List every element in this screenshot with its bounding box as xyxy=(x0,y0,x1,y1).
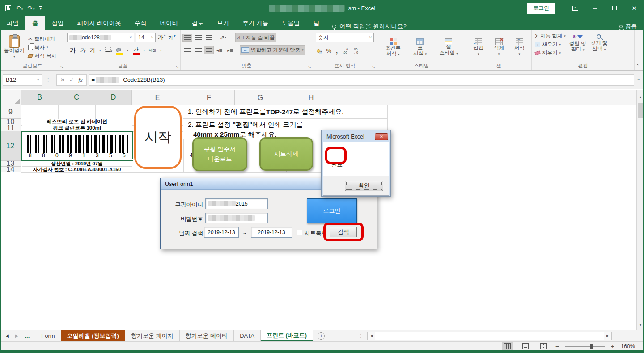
zoom-slider[interactable] xyxy=(565,346,605,347)
new-sheet-icon[interactable]: + xyxy=(318,332,325,340)
row-header-11[interactable]: 11 xyxy=(0,125,21,131)
align-center-button[interactable] xyxy=(193,46,203,54)
italic-button[interactable]: 가 xyxy=(80,46,85,55)
login-account-button[interactable]: 로그인 xyxy=(527,3,555,14)
coupang-id-input[interactable]: 2015 xyxy=(205,198,268,209)
sheet-delete-button[interactable]: 시트삭제 xyxy=(259,137,313,171)
row-header-10[interactable]: 10 xyxy=(0,119,21,125)
cut-button[interactable]: ✂잘라내기 xyxy=(27,35,58,43)
tab-view[interactable]: 보기 xyxy=(210,16,236,30)
dialog-launcher-icon[interactable]: ↘ xyxy=(60,65,64,69)
cell-styles-button[interactable]: 셀스타일 ▾ xyxy=(437,37,460,58)
zoom-in-button[interactable]: + xyxy=(611,343,614,350)
fill-handle[interactable] xyxy=(131,159,134,162)
name-box[interactable]: B12▾ xyxy=(3,74,42,86)
tell-me-box[interactable]: 어떤 작업을 원하시나요? xyxy=(332,22,407,30)
sheet-tab-oillabel[interactable]: 오일라벨 (정보입력) xyxy=(61,330,125,341)
minimize-button[interactable]: ─ xyxy=(585,0,605,16)
clear-button[interactable]: 지우기▾ xyxy=(534,49,567,57)
align-middle-button[interactable] xyxy=(193,34,203,42)
qat-customize-icon[interactable]: ▼ xyxy=(39,6,42,10)
coupang-download-button[interactable]: 쿠팡 발주서다운로드 xyxy=(192,137,247,171)
align-left-button[interactable] xyxy=(182,46,192,54)
zoom-out-button[interactable]: − xyxy=(555,343,559,350)
dialog-launcher-icon[interactable]: ↘ xyxy=(372,65,375,69)
share-button[interactable]: 공유 xyxy=(619,22,644,30)
collapse-ribbon-icon[interactable]: ⌃ xyxy=(636,63,640,68)
font-name-combo[interactable]: ode128 ˅ xyxy=(67,33,134,42)
cancel-icon[interactable]: ✕ xyxy=(60,77,65,83)
tab-team[interactable]: 팀 xyxy=(307,16,326,30)
align-right-button[interactable] xyxy=(204,46,214,54)
cell-product-sub[interactable]: 핑크 클린코튼 100ml xyxy=(22,125,132,131)
enter-icon[interactable]: ✓ xyxy=(69,77,74,83)
scroll-up-icon[interactable]: ▲ xyxy=(637,94,644,101)
borders-button[interactable]: ▾ xyxy=(105,47,113,54)
userform-search-button[interactable]: 검색 xyxy=(330,227,357,237)
increase-decimal-button[interactable]: ←.0 .00 xyxy=(342,48,348,54)
comma-style-button[interactable]: , xyxy=(336,47,338,55)
tab-page-layout[interactable]: 페이지 레이아웃 xyxy=(71,16,128,30)
page-layout-view-button[interactable] xyxy=(520,342,531,350)
sheet-tab-print-barcode[interactable]: 프린트 (바코드) xyxy=(261,330,313,341)
copy-button[interactable]: 복사▾ xyxy=(27,43,58,52)
scroll-right-icon[interactable]: ▶ xyxy=(604,332,612,340)
tab-formulas[interactable]: 수식 xyxy=(128,16,153,30)
date-to-input[interactable]: 2019-12-13 xyxy=(251,227,292,238)
dialog-launcher-icon[interactable]: ↘ xyxy=(175,65,179,69)
row-header-12[interactable]: 12 xyxy=(0,131,21,161)
formula-input[interactable]: = _Code128B(B13) xyxy=(89,74,634,86)
font-color-button[interactable]: 가 xyxy=(133,46,140,55)
bold-button[interactable]: 가 xyxy=(70,46,76,55)
fill-button[interactable]: ↓채우기▾ xyxy=(534,40,567,49)
merge-center-button[interactable]: ↔ 병합하고 가운데 맞춤 ▾ xyxy=(240,45,305,55)
increase-font-button[interactable]: 가▲ xyxy=(157,34,166,42)
vertical-scrollbar-thumb[interactable] xyxy=(638,103,643,118)
userform-login-button[interactable]: 로그인 xyxy=(307,198,357,223)
tab-insert[interactable]: 삽입 xyxy=(45,16,71,30)
wrap-text-button[interactable]: 가나 자동 줄 바꿈 xyxy=(235,33,276,42)
column-header-d[interactable]: D xyxy=(95,90,132,105)
tab-review[interactable]: 검토 xyxy=(185,16,210,30)
phonetic-button[interactable]: 내천 xyxy=(149,49,156,52)
msgbox-ok-button[interactable]: 확인 xyxy=(345,181,383,191)
orientation-button[interactable]: ⇗▾ xyxy=(218,34,228,42)
column-header-b[interactable]: B xyxy=(21,90,58,105)
date-from-input[interactable]: 2019-12-13 xyxy=(204,227,239,238)
row-header-9[interactable]: 9 xyxy=(0,105,21,119)
horizontal-scrollbar[interactable]: ◀ ▶ xyxy=(367,332,612,340)
select-all-corner[interactable] xyxy=(0,90,21,105)
tab-scroll-right-icon[interactable]: ▶ xyxy=(15,333,19,338)
number-format-combo[interactable]: 숫자˅ xyxy=(316,33,374,42)
row-header-14[interactable]: 14 xyxy=(0,167,21,172)
format-cells-button[interactable]: ↔ 서식▾ xyxy=(512,37,527,58)
ribbon-display-options-button[interactable]: ⌃ xyxy=(565,0,585,16)
close-button[interactable]: ✕ xyxy=(624,0,644,16)
decrease-decimal-button[interactable]: .00 →.0 xyxy=(352,48,358,54)
normal-view-button[interactable] xyxy=(502,342,513,350)
decrease-indent-button[interactable]: ◂≣ xyxy=(215,46,225,54)
redo-button[interactable]: ↷▾ xyxy=(27,5,34,12)
tab-home[interactable]: 홈 xyxy=(25,16,45,30)
font-size-combo[interactable]: 14˅ xyxy=(136,33,156,42)
scroll-down-icon[interactable]: ▼ xyxy=(637,322,644,328)
column-header-f[interactable]: F xyxy=(183,90,235,105)
maximize-button[interactable] xyxy=(605,0,624,16)
sheet-copy-checkbox[interactable] xyxy=(297,230,302,235)
decrease-font-button[interactable]: 가▼ xyxy=(168,34,176,41)
conditional-formatting-button[interactable]: 조건부서식 ▾ xyxy=(383,37,403,59)
start-shape-button[interactable]: 시작 xyxy=(134,106,182,169)
tab-addins[interactable]: 추가 기능 xyxy=(236,16,275,30)
column-header-g[interactable]: G xyxy=(235,90,286,105)
horizontal-scrollbar-track[interactable] xyxy=(375,332,604,340)
scroll-left-icon[interactable]: ◀ xyxy=(367,332,375,340)
column-header-c[interactable]: C xyxy=(58,90,95,105)
sheet-tab-form[interactable]: Form xyxy=(35,330,61,341)
cell-inspection-no[interactable]: 자가검사 번호 : C-A09B-A303001-A150 xyxy=(22,167,132,172)
autosum-button[interactable]: Σ자동 합계▾ xyxy=(534,32,567,40)
insert-function-icon[interactable]: fx xyxy=(78,76,82,84)
sheet-tab-data-kr[interactable]: 향기로운 데이타 xyxy=(180,330,234,341)
password-input[interactable] xyxy=(205,213,268,223)
insert-cells-button[interactable]: ← 삽입▾ xyxy=(471,37,486,58)
align-top-button[interactable] xyxy=(182,34,192,42)
